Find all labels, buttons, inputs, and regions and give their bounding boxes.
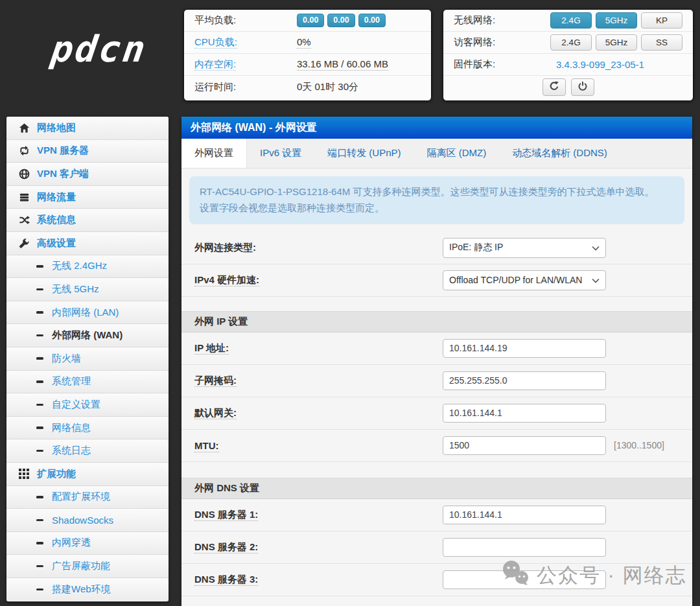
sidebar-item-intranet-penetration[interactable]: 内网穿透 <box>6 532 169 555</box>
dash-icon <box>36 357 43 360</box>
dash-icon <box>36 311 43 314</box>
sidebar-item-system-info[interactable]: 系统信息 <box>6 209 169 232</box>
sidebar-nav: 网络地图 VPN 服务器 VPN 客户端 网络流量 系统信息 高级设置 无线 2… <box>6 117 169 601</box>
sidebar-item-network-map[interactable]: 网络地图 <box>6 117 169 140</box>
sidebar-item-advanced-settings[interactable]: 高级设置 <box>6 232 169 255</box>
wireless-kp-toggle[interactable]: KP <box>641 12 682 29</box>
dns3-label[interactable]: DNS 服务器 3: <box>194 574 258 586</box>
tab-ipv6[interactable]: IPv6 设置 <box>247 139 314 168</box>
memory-free-link[interactable]: 内存空闲: <box>194 58 236 71</box>
refresh-icon <box>549 81 559 93</box>
sidebar-item-administration[interactable]: 系统管理 <box>6 371 169 394</box>
cpu-load-link[interactable]: CPU负载: <box>194 36 237 49</box>
tab-wan-settings[interactable]: 外网设置 <box>181 139 247 168</box>
sidebar-item-lan[interactable]: 内部网络 (LAN) <box>6 301 169 325</box>
cpu-load-row: CPU负载: 0% <box>184 32 431 54</box>
guest-24g-toggle[interactable]: 2.4G <box>550 34 592 51</box>
info-line-1: RT-AC54U-GPIO-1-PSG1218-64M 可支持多种连网类型。这些… <box>200 184 674 200</box>
dash-icon <box>36 426 43 429</box>
network-status-panel: 无线网络: 2.4G 5GHz KP 访客网络: 2.4G 5GHz SS 固件… <box>443 9 694 101</box>
subnet-mask-label[interactable]: 子网掩码: <box>194 375 237 387</box>
wan-type-select[interactable]: IPoE: 静态 IP <box>443 238 606 258</box>
shutdown-button[interactable] <box>571 78 594 96</box>
guest-ss-toggle[interactable]: SS <box>641 34 682 51</box>
dns2-label[interactable]: DNS 服务器 2: <box>194 541 258 554</box>
hw-accel-label[interactable]: IPv4 硬件加速: <box>194 274 259 286</box>
system-status-panel: 平均负载: 0.000.000.00 CPU负载: 0% 内存空闲: 33.16… <box>183 9 432 101</box>
dash-icon <box>36 450 43 452</box>
ip-address-row: IP 地址: <box>181 332 692 365</box>
firmware-row: 固件版本: 3.4.3.9-099_23-05-1 <box>443 54 693 76</box>
info-line-2: 设置字段会视您是选取那种连接类型而定。 <box>200 200 674 216</box>
sidebar-item-vpn-client[interactable]: VPN 客户端 <box>6 163 169 186</box>
wan-type-selected-value: IPoE: 静态 IP <box>449 242 503 253</box>
ip-address-label[interactable]: IP 地址: <box>194 342 229 355</box>
dash-icon <box>36 589 43 591</box>
sidebar-item-ad-blocking[interactable]: 广告屏蔽功能 <box>6 555 169 578</box>
uptime-value: 0天 01时 30分 <box>297 81 358 93</box>
sidebar-item-firewall[interactable]: 防火墙 <box>6 347 169 371</box>
sidebar-item-custom-settings[interactable]: 自定义设置 <box>6 393 169 417</box>
dash-icon <box>36 380 43 383</box>
firmware-version-link[interactable]: 3.4.3.9-099_23-05-1 <box>556 59 644 70</box>
sidebar-item-wireless-5ghz[interactable]: 无线 5GHz <box>6 278 169 301</box>
sidebar-item-shadowsocks[interactable]: ShadowSocks <box>6 509 169 532</box>
mtu-label[interactable]: MTU: <box>194 440 219 452</box>
chevron-down-icon <box>592 242 600 253</box>
wrench-icon <box>18 237 30 249</box>
mtu-range-hint: [1300..1500] <box>614 440 664 450</box>
subnet-mask-input[interactable] <box>443 371 606 390</box>
main-content-panel: 外部网络 (WAN) - 外网设置 外网设置 IPv6 设置 端口转发 (UPn… <box>181 117 692 606</box>
tab-dmz[interactable]: 隔离区 (DMZ) <box>414 139 500 168</box>
sidebar-item-wan[interactable]: 外部网络 (WAN) <box>6 324 169 347</box>
power-icon <box>578 81 588 93</box>
wan-type-row: 外网连接类型: IPoE: 静态 IP <box>181 232 692 264</box>
sidebar-item-system-log[interactable]: 系统日志 <box>6 439 169 463</box>
gateway-label[interactable]: 默认网关: <box>194 407 237 419</box>
guest-network-label: 访客网络: <box>454 36 550 49</box>
load-average-row: 平均负载: 0.000.000.00 <box>184 10 431 32</box>
wan-dns-section-header: 外网 DNS 设置 <box>181 478 692 499</box>
wireless-label: 无线网络: <box>454 14 550 27</box>
sidebar-item-web-env[interactable]: 搭建Web环境 <box>6 578 169 601</box>
ip-address-input[interactable] <box>443 339 606 358</box>
tab-ddns[interactable]: 动态域名解析 (DDNS) <box>499 139 620 168</box>
dash-icon <box>36 334 43 337</box>
mtu-input[interactable] <box>443 436 606 455</box>
dns2-row: DNS 服务器 2: <box>181 531 692 564</box>
sidebar-item-traffic[interactable]: 网络流量 <box>6 186 169 209</box>
wireless-24g-toggle[interactable]: 2.4G <box>550 12 592 29</box>
gateway-input[interactable] <box>443 404 606 423</box>
sidebar-item-wireless-24ghz[interactable]: 无线 2.4GHz <box>6 255 169 279</box>
reboot-button[interactable] <box>542 78 566 96</box>
sidebar-item-network-info[interactable]: 网络信息 <box>6 417 169 440</box>
page-title: 外部网络 (WAN) - 外网设置 <box>181 117 692 139</box>
memory-free-value[interactable]: 33.16 MB / 60.06 MB <box>297 58 388 71</box>
chevron-down-icon <box>592 275 600 285</box>
grid-icon <box>18 468 30 480</box>
connection-type-info-box: RT-AC54U-GPIO-1-PSG1218-64M 可支持多种连网类型。这些… <box>189 176 684 224</box>
wireless-5ghz-toggle[interactable]: 5GHz <box>596 12 637 29</box>
dns1-label[interactable]: DNS 服务器 1: <box>194 509 258 521</box>
sidebar-item-vpn-server[interactable]: VPN 服务器 <box>6 140 169 163</box>
load-badge-3: 0.00 <box>358 14 386 27</box>
hw-accel-row: IPv4 硬件加速: Offload TCP/UDP for LAN/WLAN <box>181 264 692 297</box>
guest-network-row: 访客网络: 2.4G 5GHz SS <box>443 32 693 54</box>
sidebar-item-extension-env[interactable]: 配置扩展环境 <box>6 486 169 509</box>
wan-ip-section-header: 外网 IP 设置 <box>181 311 692 332</box>
wan-type-label: 外网连接类型: <box>194 242 443 254</box>
dns2-input[interactable] <box>443 538 606 557</box>
cpu-load-value[interactable]: 0% <box>297 36 311 49</box>
sidebar-item-extensions[interactable]: 扩展功能 <box>6 463 169 486</box>
gateway-row: 默认网关: <box>181 397 692 430</box>
hw-accel-select[interactable]: Offload TCP/UDP for LAN/WLAN <box>443 270 606 290</box>
guest-5ghz-toggle[interactable]: 5GHz <box>596 34 637 51</box>
tab-upnp[interactable]: 端口转发 (UPnP) <box>314 139 414 168</box>
shuffle-icon <box>18 215 30 226</box>
server-stack-icon <box>18 191 30 203</box>
power-controls-row <box>443 76 693 98</box>
dns3-row: DNS 服务器 3: <box>181 564 692 596</box>
dns3-input[interactable] <box>443 570 606 589</box>
dns1-input[interactable] <box>443 506 606 524</box>
load-badge-1: 0.00 <box>297 14 324 27</box>
